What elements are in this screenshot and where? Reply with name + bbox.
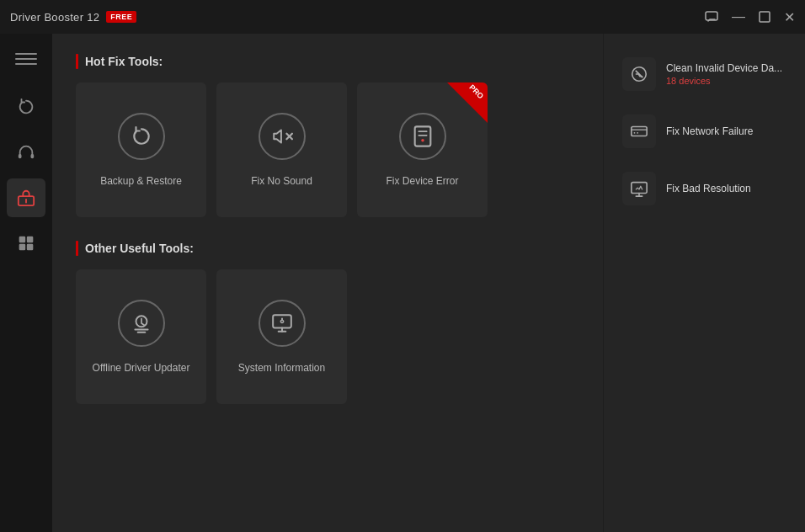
system-information-icon [259,300,306,347]
svg-rect-2 [19,154,22,159]
sidebar-item-menu[interactable] [7,44,45,74]
svg-rect-17 [273,315,291,327]
section-bar-accent [76,54,78,69]
svg-point-27 [637,132,638,134]
tool-card-system-information[interactable]: System Information [216,269,347,404]
close-button[interactable]: ✕ [784,9,795,25]
right-panel: Clean Invalid Device Da... 18 devices Fi… [603,34,805,532]
svg-rect-8 [19,244,26,251]
free-badge: FREE [106,11,136,23]
fix-bad-resolution-label: Fix Bad Resolution [666,183,751,194]
sidebar-item-update[interactable] [7,88,45,126]
sidebar-item-dashboard[interactable] [7,224,45,263]
app-title: Driver Booster 12 [10,11,99,24]
main-content: Hot Fix Tools: Backup & Restore [52,34,603,532]
minimize-button[interactable]: — [732,9,745,24]
panel-item-fix-network-failure[interactable]: Fix Network Failure [614,104,795,158]
svg-rect-9 [27,244,34,251]
svg-rect-7 [27,237,34,243]
tool-card-backup-restore[interactable]: Backup & Restore [76,82,206,217]
tool-card-fix-device-error[interactable]: PRO Fix Device Error [357,82,488,217]
fix-network-failure-icon [622,114,656,148]
fix-device-error-label: Fix Device Error [377,175,466,187]
fix-no-sound-icon [259,113,306,160]
fix-device-error-icon [399,113,446,160]
clean-invalid-sublabel: 18 devices [666,76,782,86]
tool-card-fix-no-sound[interactable]: Fix No Sound [216,82,347,217]
fix-bad-resolution-text: Fix Bad Resolution [666,183,751,194]
fix-network-failure-label: Fix Network Failure [666,125,753,137]
clean-invalid-icon [622,57,656,91]
svg-point-26 [634,132,636,134]
sidebar-item-scan[interactable] [7,133,45,172]
tool-card-offline-driver[interactable]: Offline Driver Updater [76,269,206,404]
maximize-button[interactable] [759,11,770,23]
svg-rect-3 [31,154,35,159]
fix-network-failure-text: Fix Network Failure [666,125,753,137]
offline-driver-label: Offline Driver Updater [84,362,199,374]
section-bar-accent-2 [76,241,78,256]
hot-fix-tools-header: Hot Fix Tools: [76,54,579,69]
svg-point-15 [421,139,424,142]
sidebar [0,34,52,532]
other-tools-label: Other Useful Tools: [85,242,194,255]
offline-driver-icon [118,300,165,347]
svg-rect-1 [760,12,770,22]
system-information-label: System Information [230,362,333,374]
sidebar-item-tools[interactable] [7,178,45,217]
other-tools-grid: Offline Driver Updater System Informatio… [76,269,579,404]
clean-invalid-text: Clean Invalid Device Da... 18 devices [666,62,782,86]
svg-rect-28 [632,183,647,194]
chat-button[interactable] [705,11,718,23]
hot-fix-tools-grid: Backup & Restore Fix No Sound PRO [76,82,579,217]
title-bar: Driver Booster 12 FREE — ✕ [0,0,805,34]
panel-item-fix-bad-resolution[interactable]: Fix Bad Resolution [614,162,795,215]
clean-invalid-label: Clean Invalid Device Da... [666,62,782,74]
backup-restore-label: Backup & Restore [92,175,190,187]
hot-fix-tools-label: Hot Fix Tools: [85,55,163,68]
panel-item-clean-invalid[interactable]: Clean Invalid Device Da... 18 devices [614,47,795,101]
title-bar-controls: — ✕ [705,9,795,25]
backup-restore-icon [118,113,165,160]
app-body: Hot Fix Tools: Backup & Restore [0,34,805,532]
svg-rect-6 [19,237,26,243]
svg-point-20 [280,320,283,322]
other-tools-header: Other Useful Tools: [76,241,579,256]
fix-bad-resolution-icon [622,172,656,205]
svg-rect-12 [414,126,430,146]
fix-no-sound-label: Fix No Sound [243,175,321,187]
title-bar-left: Driver Booster 12 FREE [10,11,136,24]
svg-rect-24 [632,127,647,136]
